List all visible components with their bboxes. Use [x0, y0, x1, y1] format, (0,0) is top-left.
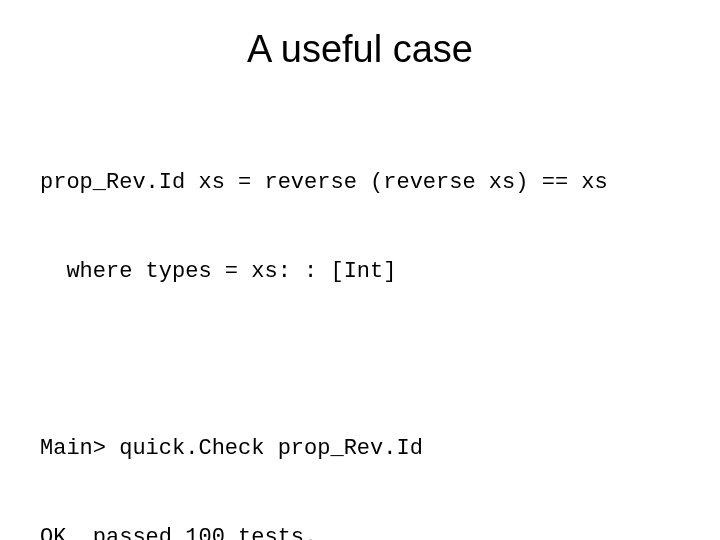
code-line: where types = xs: : [Int]	[40, 257, 680, 287]
code-line: prop_Rev.Id xs = reverse (reverse xs) ==…	[40, 168, 680, 198]
slide-container: A useful case prop_Rev.Id xs = reverse (…	[0, 0, 720, 540]
slide-title: A useful case	[40, 28, 680, 71]
code-block-definition: prop_Rev.Id xs = reverse (reverse xs) ==…	[40, 109, 680, 347]
code-block-output: Main> quick.Check prop_Rev.Id OK, passed…	[40, 375, 680, 541]
code-line: OK, passed 100 tests.	[40, 523, 680, 540]
code-line: Main> quick.Check prop_Rev.Id	[40, 434, 680, 464]
